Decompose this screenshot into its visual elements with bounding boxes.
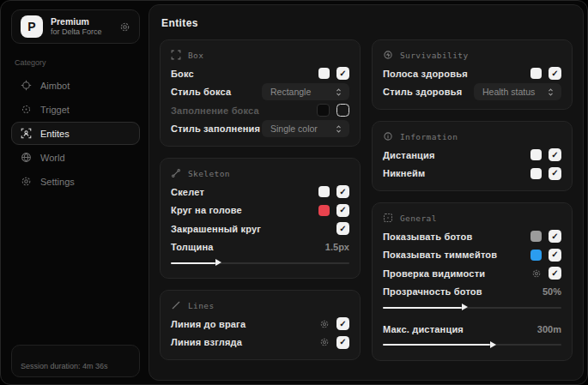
- gear-icon[interactable]: [319, 319, 330, 329]
- gear-badge-icon[interactable]: [119, 21, 130, 33]
- checkbox-checked[interactable]: ✓: [336, 67, 349, 80]
- panel-box-header: Box: [171, 46, 349, 64]
- color-swatch[interactable]: [530, 250, 542, 261]
- setting-row-healthbar: Полоса здоровья ✓: [383, 64, 561, 83]
- logo-card: P Premium for Delta Force: [11, 9, 140, 44]
- panel-skeleton-header: Skeleton: [171, 165, 349, 183]
- color-swatch[interactable]: [530, 168, 542, 179]
- max-distance-slider[interactable]: [383, 340, 561, 350]
- color-swatch[interactable]: [530, 231, 542, 242]
- setting-row-head-circle: Круг на голове ✓: [171, 202, 349, 220]
- checkbox-checked[interactable]: ✓: [336, 317, 349, 330]
- sidebar-item-entites[interactable]: Entites: [11, 122, 140, 145]
- sidebar-item-label: World: [40, 153, 65, 163]
- setting-label: Линия взгляда: [171, 337, 242, 347]
- sidebar-item-label: Entites: [40, 129, 70, 139]
- panel-title: Box: [188, 51, 203, 60]
- box-frame-icon: [171, 50, 181, 60]
- gear-icon[interactable]: [531, 268, 542, 279]
- checkbox-checked[interactable]: ✓: [549, 67, 561, 80]
- setting-label: Закрашенный круг: [171, 224, 261, 234]
- setting-label: Стиль заполнения: [171, 123, 260, 134]
- fill-style-dropdown[interactable]: Single color: [262, 120, 349, 137]
- health-style-dropdown[interactable]: Health status: [474, 83, 561, 100]
- checkbox-checked[interactable]: ✓: [336, 222, 349, 235]
- setting-row-box-enable: Бокс ✓: [171, 64, 349, 83]
- setting-label: Стиль здоровья: [383, 87, 462, 97]
- setting-row-visibility-check: Проверка видимости ✓: [383, 264, 561, 283]
- panel-survivability-header: Survivability: [383, 46, 561, 64]
- color-swatch[interactable]: [530, 149, 542, 160]
- setting-label: Полоса здоровья: [383, 69, 468, 79]
- setting-row-show-teammates: Показывать тиммейтов ✓: [383, 246, 561, 265]
- bot-opacity-slider[interactable]: [383, 303, 561, 312]
- globe-icon: [21, 152, 32, 163]
- gear-icon: [21, 176, 32, 187]
- slider-fill-thumb[interactable]: [383, 344, 490, 346]
- setting-row-filled-circle: Закрашенный круг ✓: [171, 220, 349, 238]
- setting-label: Круг на голове: [171, 205, 242, 215]
- panel-title: Skeleton: [188, 169, 230, 178]
- dashed-grid-icon: [383, 213, 393, 223]
- gear-icon[interactable]: [319, 337, 330, 347]
- entities-person-icon: [21, 128, 32, 139]
- setting-label: Дистанция: [383, 150, 435, 160]
- sidebar-item-aimbot[interactable]: Aimbot: [11, 74, 140, 97]
- setting-label: Толщина: [171, 242, 214, 252]
- checkbox-checked[interactable]: ✓: [336, 204, 349, 217]
- sidebar-nav: Aimbot Trigget Entites World: [11, 74, 140, 193]
- page-title: Entites: [161, 17, 571, 29]
- info-icon: [383, 131, 393, 141]
- slider-value: 1.5px: [325, 242, 349, 252]
- color-swatch[interactable]: [318, 68, 330, 79]
- panel-survivability: Survivability Полоса здоровья ✓ Стиль зд…: [372, 39, 573, 110]
- checkbox-checked[interactable]: ✓: [549, 167, 561, 180]
- category-label: Category: [15, 58, 136, 67]
- app-window: P Premium for Delta Force Category Aimbo…: [0, 0, 588, 385]
- sidebar-item-settings[interactable]: Settings: [11, 170, 140, 193]
- slider-value: 300m: [537, 324, 561, 334]
- checkbox-checked[interactable]: ✓: [549, 148, 561, 161]
- color-swatch[interactable]: [318, 205, 330, 216]
- chevron-updown-icon: [334, 87, 343, 97]
- panel-title: General: [400, 214, 437, 223]
- sidebar: P Premium for Delta Force Category Aimbo…: [1, 1, 149, 384]
- color-swatch[interactable]: [318, 186, 330, 197]
- setting-row-box-fill: Заполнение бокса: [171, 101, 349, 120]
- crosshair-icon: [21, 80, 32, 91]
- sidebar-item-trigget[interactable]: Trigget: [11, 98, 140, 121]
- app-subtitle: for Delta Force: [51, 27, 102, 37]
- slider-fill-thumb[interactable]: [171, 262, 215, 264]
- setting-label: Показывать ботов: [383, 232, 472, 242]
- setting-row-distance: Дистанция ✓: [383, 146, 561, 165]
- color-swatch[interactable]: [317, 104, 330, 117]
- panel-general: General Показывать ботов ✓ Показывать ти…: [372, 202, 573, 361]
- panel-lines: Lines Линия до врага ✓ Линия взгляда: [160, 290, 361, 360]
- setting-row-line-enemy: Линия до врага ✓: [171, 315, 349, 334]
- setting-label: Проверка видимости: [383, 268, 485, 279]
- checkbox-checked[interactable]: ✓: [336, 336, 349, 349]
- box-style-dropdown[interactable]: Rectangle: [262, 83, 349, 100]
- setting-row-fill-style: Стиль заполнения Single color: [171, 120, 349, 139]
- setting-label: Стиль бокса: [171, 87, 231, 97]
- chevron-updown-icon: [334, 124, 343, 134]
- checkbox-unchecked[interactable]: [336, 104, 349, 117]
- panel-information: Information Дистанция ✓ Никнейм ✓: [372, 121, 573, 191]
- checkbox-checked[interactable]: ✓: [549, 249, 561, 262]
- session-duration-label: Session duration: 4m 36s: [21, 362, 108, 370]
- color-swatch[interactable]: [530, 68, 542, 79]
- setting-row-thickness: Толщина 1.5px: [171, 238, 349, 257]
- sidebar-item-world[interactable]: World: [11, 146, 140, 169]
- setting-label: Макс. дистанция: [383, 324, 464, 334]
- sidebar-item-label: Settings: [40, 177, 75, 187]
- checkbox-checked[interactable]: ✓: [549, 230, 561, 243]
- pulse-circle-icon: [383, 50, 393, 60]
- checkbox-checked[interactable]: ✓: [336, 185, 349, 198]
- slider-fill-thumb[interactable]: [383, 307, 462, 309]
- setting-row-nickname: Никнейм ✓: [383, 165, 561, 183]
- setting-row-show-bots: Показывать ботов ✓: [383, 227, 561, 246]
- main-content: Entites Box Бокс ✓: [149, 4, 584, 381]
- panel-information-header: Information: [383, 128, 561, 146]
- thickness-slider[interactable]: [171, 258, 349, 268]
- checkbox-checked[interactable]: ✓: [549, 267, 561, 280]
